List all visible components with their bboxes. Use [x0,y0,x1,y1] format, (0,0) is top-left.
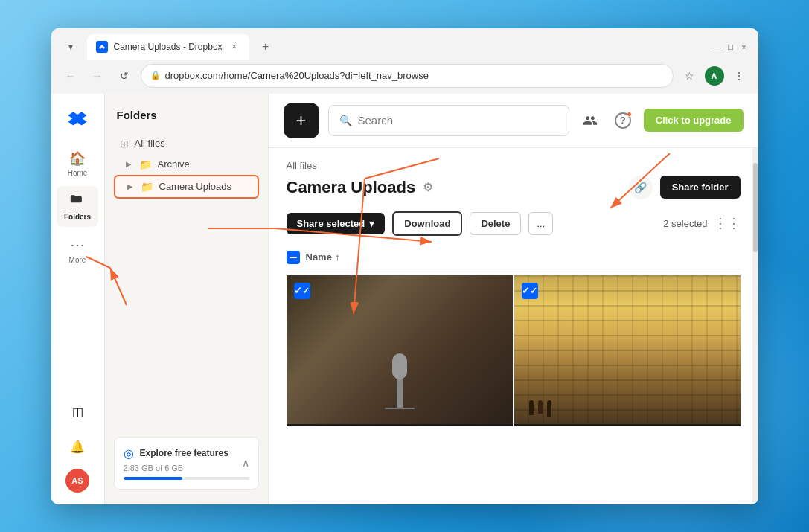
storage-bar: ◎ Explore free features 2.83 GB of 6 GB … [114,437,259,490]
profile-avatar[interactable]: A [705,66,724,86]
camera-uploads-chevron: ▶ [127,182,133,190]
lock-icon: 🔒 [150,71,161,80]
more-actions-button[interactable]: ... [528,212,553,235]
photo-2-checkbox[interactable]: ✓ [522,283,538,299]
gear-icon[interactable]: ⚙ [423,180,433,194]
address-bar[interactable]: 🔒 dropbox.com/home/Camera%20Uploads?di=l… [141,64,674,88]
people-icon-button[interactable] [578,109,602,132]
photos-grid: ✓ ✓ [287,275,741,426]
toolbar-actions: ☆ A ⋮ [680,65,749,86]
download-button[interactable]: Download [392,211,462,236]
grid-view-icon[interactable]: ⋮⋮ [714,215,741,231]
sidebar-folders-label: Folders [64,213,91,221]
selected-count: 2 selected ⋮⋮ [663,215,740,231]
browser-toolbar: ← → ↺ 🔒 dropbox.com/home/Camera%20Upload… [51,60,758,94]
folder-title: Camera Uploads [287,178,416,197]
archive-chevron: ▶ [126,160,132,168]
column-header: Name ↑ [287,246,741,269]
storage-header: ◎ Explore free features [124,446,249,461]
archive-label: Archive [158,158,190,170]
notification-dot [627,112,632,117]
top-bar-actions: ? Click to upgrade [578,109,744,132]
storage-progress-bar [124,477,249,480]
storage-collapse-button[interactable]: ∧ [242,457,249,469]
link-icon-button[interactable]: 🔗 [629,176,653,199]
delete-button[interactable]: Delete [470,212,521,235]
more-icon: ⋯ [70,236,86,254]
title-bar: ▾ Camera Uploads - Dropbox × + — □ × [51,28,758,60]
tab-dropdown[interactable]: ▾ [60,36,81,57]
home-icon: 🏠 [69,150,86,167]
search-icon: 🔍 [339,115,352,126]
sidebar-item-panel[interactable]: ◫ [57,399,98,425]
panel-icon: ◫ [72,405,83,419]
dropbox-logo[interactable] [64,106,91,132]
all-files-icon: ⊞ [120,138,129,150]
minimize-button[interactable]: — [712,42,723,52]
sidebar-bottom: ◫ 🔔 AS [57,399,98,493]
app-container: 🏠 Home Folders ⋯ More ◫ [51,94,758,504]
refresh-button[interactable]: ↺ [114,65,135,86]
tab-favicon [96,41,108,53]
tree-item-archive[interactable]: ▶ 📁 Archive [114,154,259,175]
share-folder-button[interactable]: Share folder [660,176,741,199]
all-files-label: All files [135,138,165,149]
scrollbar-track [752,148,758,504]
tree-item-camera-uploads[interactable]: ▶ 📁 Camera Uploads [114,175,259,199]
bell-icon: 🔔 [70,440,85,454]
search-bar[interactable]: 🔍 [328,105,569,136]
user-avatar-sidebar[interactable]: AS [65,469,89,493]
select-all-checkbox[interactable] [287,251,300,264]
browser-window: ▾ Camera Uploads - Dropbox × + — □ × [51,28,758,504]
tab-title: Camera Uploads - Dropbox [114,42,223,52]
photo-1-image [287,275,513,424]
sidebar-item-bell[interactable]: 🔔 [57,434,98,460]
photo-1-checkbox[interactable]: ✓ [294,283,310,299]
tree-item-all-files[interactable]: ⊞ All files [114,133,259,154]
sort-icon: ↑ [335,251,340,263]
photo-item-1[interactable]: ✓ [287,275,513,426]
storage-progress-fill [124,477,182,480]
scrollbar-thumb[interactable] [753,163,758,252]
photo-2-image [514,275,741,424]
camera-uploads-label: Camera Uploads [159,181,232,192]
tab-close-button[interactable]: × [228,41,240,53]
file-tree-header: Folders [114,109,259,121]
top-bar: + 🔍 ? Click to upgrade [269,94,758,148]
storage-icon: ◎ [124,446,134,461]
forward-button[interactable]: → [87,65,108,86]
folder-header: Camera Uploads ⚙ 🔗 Share folder [287,176,741,199]
deselect-icon [290,257,297,258]
selected-count-text: 2 selected [663,218,707,229]
breadcrumb[interactable]: All files [287,160,741,171]
bookmark-button[interactable]: ☆ [680,65,700,86]
search-input[interactable] [358,114,558,126]
archive-folder-icon: 📁 [139,158,152,170]
menu-button[interactable]: ⋮ [729,65,749,86]
help-icon-button[interactable]: ? [611,109,635,132]
sidebar-item-folders[interactable]: Folders [57,186,98,227]
restore-button[interactable]: □ [726,42,736,52]
new-tab-button[interactable]: + [255,36,276,57]
storage-subtitle: 2.83 GB of 6 GB [124,464,249,472]
browser-tab-active[interactable]: Camera Uploads - Dropbox × [87,34,249,60]
browser-chrome: ▾ Camera Uploads - Dropbox × + — □ × [51,28,758,94]
upgrade-button[interactable]: Click to upgrade [644,109,744,132]
sidebar-item-more[interactable]: ⋯ More [57,230,98,270]
folders-icon [70,192,85,211]
create-button[interactable]: + [284,103,319,138]
back-button[interactable]: ← [60,65,81,86]
share-selected-button[interactable]: Share selected ▾ [287,213,386,234]
name-column-header[interactable]: Name ↑ [306,251,340,263]
file-tree: Folders ⊞ All files ▶ 📁 Archive ▶ 📁 Came… [105,94,269,504]
camera-uploads-folder-icon: 📁 [141,181,153,193]
storage-title: Explore free features [140,448,228,458]
url-text: dropbox.com/home/Camera%20Uploads?di=lef… [165,70,664,81]
close-button[interactable]: × [739,42,749,52]
share-folder-section: 🔗 Share folder [629,176,741,199]
sidebar-home-label: Home [68,169,88,177]
sidebar-item-home[interactable]: 🏠 Home [57,144,98,183]
share-chevron-icon: ▾ [369,218,374,229]
sidebar-icons: 🏠 Home Folders ⋯ More ◫ [51,94,105,504]
photo-item-2[interactable]: ✓ [514,275,741,426]
